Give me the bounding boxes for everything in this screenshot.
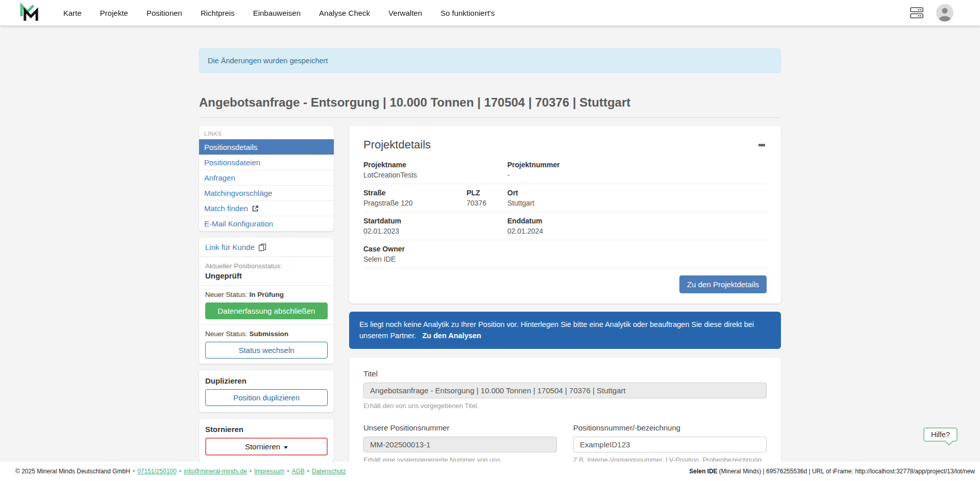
- links-card-header: LINKS: [199, 126, 334, 139]
- cancel-card: Stornieren Stornieren: [199, 419, 334, 462]
- position-number-label: Positionsnummer/-bezeichnung: [573, 423, 767, 432]
- server-icon[interactable]: [910, 7, 924, 19]
- main-nav: Karte Projekte Positionen Richtpreis Ein…: [63, 9, 495, 17]
- new-status-line-1: Neuer Status:In Prüfung: [205, 291, 328, 298]
- project-details-title: Projektdetails: [363, 138, 431, 151]
- sidebar-item-email-konfiguration[interactable]: E-Mail Konfiguration: [199, 216, 334, 231]
- field-strasse: Straße Pragstraße 120: [363, 189, 467, 207]
- project-row-name-number: Projektname LotCreationTests Projektnumm…: [363, 160, 767, 184]
- top-navbar: Karte Projekte Positionen Richtpreis Ein…: [0, 0, 980, 26]
- main-content: Projektdetails Projektname LotCreationTe…: [349, 126, 781, 478]
- help-button[interactable]: Hilfe?: [923, 427, 958, 442]
- duplicate-card: Duplizieren Position duplizieren: [199, 370, 334, 412]
- sidebar-item-matchingvorschlaege[interactable]: Matchingvorschläge: [199, 185, 334, 200]
- new-status-label: Neuer Status:: [205, 330, 248, 338]
- footer-separator: •: [133, 468, 135, 475]
- links-card: LINKS Positionsdetails Positionsdateien …: [199, 126, 334, 231]
- page-container: Die Änderungen wurden gespeichert Angebo…: [199, 0, 781, 478]
- sidebar: LINKS Positionsdetails Positionsdateien …: [199, 126, 334, 462]
- sidebar-item-positionsdateien[interactable]: Positionsdateien: [199, 155, 334, 170]
- nav-item-projekte[interactable]: Projekte: [100, 9, 128, 17]
- complete-data-entry-button[interactable]: Datenerfassung abschließen: [205, 302, 328, 319]
- sidebar-item-positionsdetails[interactable]: Positionsdetails: [199, 139, 334, 155]
- field-enddatum: Enddatum 02.01.2024: [507, 217, 767, 235]
- footer-user-name: Selen IDE: [689, 468, 717, 475]
- nav-item-positionen[interactable]: Positionen: [146, 9, 182, 17]
- mineral-minds-logo[interactable]: [19, 3, 40, 23]
- footer-link-agb[interactable]: AGB: [291, 468, 304, 475]
- footer-link-impressum[interactable]: Impressum: [254, 468, 284, 475]
- duplicate-card-title: Duplizieren: [205, 376, 328, 385]
- sidebar-item-label: Matchingvorschläge: [204, 189, 272, 197]
- status-card: Link für Kunde Aktueller Positionsstatus…: [199, 238, 334, 364]
- field-plz: PLZ 70376: [467, 189, 507, 207]
- project-row-address: Straße Pragstraße 120 PLZ 70376 Ort Stut…: [363, 184, 767, 212]
- divider: [199, 324, 334, 325]
- nav-item-so-funktionierts[interactable]: So funktioniert's: [440, 9, 495, 17]
- footer-link-datenschutz[interactable]: Datenschutz: [312, 468, 346, 475]
- field-projektnummer: Projektnummer -: [507, 161, 767, 179]
- project-row-case-owner: Case Owner Selen IDE: [363, 240, 767, 268]
- page-title: Angebotsanfrage - Entsorgung | 10.000 To…: [199, 95, 781, 118]
- sidebar-item-anfragen[interactable]: Anfragen: [199, 170, 334, 185]
- customer-link[interactable]: Link für Kunde: [199, 243, 334, 251]
- external-link-icon: [252, 205, 259, 212]
- new-status-line-2: Neuer Status:Submission: [205, 330, 328, 338]
- current-status-value: Ungeprüft: [205, 271, 328, 280]
- nav-item-analyse-check[interactable]: Analyse Check: [319, 9, 370, 17]
- sidebar-item-label: Anfragen: [204, 173, 235, 182]
- field-projektname: Projektname LotCreationTests: [363, 161, 507, 179]
- navbar-right: [910, 4, 953, 21]
- footer-link-email[interactable]: info@mineral-minds.de: [184, 468, 247, 475]
- cancel-dropdown-button[interactable]: Stornieren: [205, 438, 328, 455]
- field-startdatum: Startdatum 02.01.2023: [363, 217, 507, 235]
- nav-item-verwalten[interactable]: Verwalten: [388, 9, 422, 17]
- success-alert: Die Änderungen wurden gespeichert: [199, 48, 781, 73]
- position-number-field[interactable]: [573, 437, 767, 452]
- title-field: [363, 383, 767, 398]
- analytics-banner: Es liegt noch keine Analytik zu Ihrer Po…: [349, 312, 781, 349]
- banner-text: Es liegt noch keine Analytik zu Ihrer Po…: [359, 320, 754, 340]
- footer-link-phone[interactable]: 07151/250100: [137, 468, 177, 475]
- copy-icon: [258, 243, 266, 251]
- field-ort: Ort Stuttgart: [507, 189, 767, 207]
- caret-down-icon: [284, 446, 288, 449]
- footer-user-details: (Mineral Minds) | 69576255536d | URL of …: [719, 468, 975, 475]
- new-status-value: In Prüfung: [250, 291, 284, 298]
- field-case-owner: Case Owner Selen IDE: [363, 245, 767, 263]
- nav-item-karte[interactable]: Karte: [63, 9, 82, 17]
- title-field-hint: Erhält den von uns vorgegebenen Titel.: [363, 402, 767, 410]
- footer-copyright: © 2025 Mineral Minds Deutschland GmbH: [15, 468, 130, 475]
- go-to-analyses-link[interactable]: Zu den Analysen: [422, 332, 481, 340]
- new-status-value: Submission: [250, 330, 289, 338]
- footer-separator: •: [287, 468, 289, 475]
- footer: © 2025 Mineral Minds Deutschland GmbH • …: [0, 462, 980, 481]
- logo-icon: [19, 3, 40, 23]
- cancel-card-title: Stornieren: [205, 425, 328, 434]
- duplicate-position-button[interactable]: Position duplizieren: [205, 389, 328, 406]
- go-to-project-details-button[interactable]: Zu den Projektdetails: [679, 275, 767, 293]
- our-position-number-group: Unsere Positionsnummer Erhält eine syste…: [363, 423, 557, 464]
- change-status-button[interactable]: Status wechseln: [205, 342, 328, 359]
- title-field-label: Titel: [363, 369, 767, 378]
- footer-separator: •: [307, 468, 309, 475]
- new-status-label: Neuer Status:: [205, 291, 248, 298]
- alert-message: Die Änderungen wurden gespeichert: [208, 57, 328, 65]
- collapse-minus-icon[interactable]: [756, 140, 767, 150]
- project-details-card: Projektdetails Projektname LotCreationTe…: [349, 126, 781, 303]
- sidebar-item-label: E-Mail Konfiguration: [204, 219, 273, 228]
- footer-separator: •: [250, 468, 252, 475]
- position-number-group: Positionsnummer/-bezeichnung Z.B. Intern…: [573, 423, 767, 464]
- project-row-dates: Startdatum 02.01.2023 Enddatum 02.01.202…: [363, 212, 767, 240]
- nav-item-richtpreis[interactable]: Richtpreis: [201, 9, 235, 17]
- footer-session-info: Selen IDE(Mineral Minds) | 69576255536d …: [689, 468, 975, 475]
- sidebar-item-match-finden[interactable]: Match finden: [199, 200, 334, 216]
- position-form-card: Titel Erhält den von uns vorgegebenen Ti…: [349, 358, 781, 478]
- our-position-number-field: [363, 437, 557, 452]
- cancel-button-label: Stornieren: [245, 442, 280, 451]
- sidebar-item-label: Positionsdateien: [204, 158, 260, 167]
- user-avatar-icon[interactable]: [936, 4, 953, 21]
- customer-link-label: Link für Kunde: [205, 243, 255, 251]
- nav-item-einbauweisen[interactable]: Einbauweisen: [253, 9, 301, 17]
- footer-left: © 2025 Mineral Minds Deutschland GmbH • …: [15, 468, 346, 475]
